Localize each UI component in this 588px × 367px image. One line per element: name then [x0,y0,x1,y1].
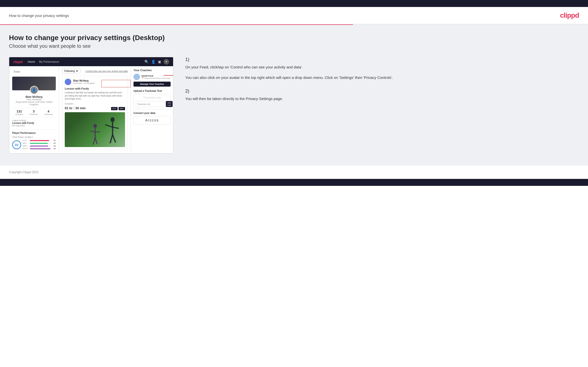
top-bar [0,0,588,7]
connect-section: Connect your data Arccos [133,112,171,124]
page-title: How to change your privacy settings (Des… [9,34,579,42]
step2-text: You will then be taken directly to the P… [185,96,575,102]
demo-area: clippd Home My Performance 🔍 👤 ▣ ▼ Feed [9,57,579,154]
svg-line-11 [95,138,97,144]
trackman-input-row: Add Link [136,101,168,107]
main-content: How to change your privacy settings (Des… [0,25,588,165]
svg-point-0 [111,117,115,122]
clippd-logo: clippd [560,11,579,19]
coaches-section: Your Coaches David Ford 📍 Royal North De… [133,69,171,87]
quality-row: 92 OTT 90 APP 85 [12,139,56,150]
trackman-section: Upload a Trackman Test Trackman Link Add… [133,90,171,109]
profile-card: 👤 Blair McHarg Plus Handicap Royal North… [12,77,56,127]
trackman-box: Trackman Link Add Link [133,94,171,109]
latest-activity-label: Latest Activity [12,119,56,122]
stat-activities: 131 Activities [15,109,23,115]
coach-avatar [133,74,140,80]
post-title: Lesson with Fordy [65,87,125,90]
post-author-avatar [65,79,71,85]
app-navbar: clippd Home My Performance 🔍 👤 ▣ ▼ [9,57,173,66]
annotation-line [164,75,173,76]
latest-activity: Latest Activity Lesson with Fordy 03 Aug… [12,119,56,127]
instructions-panel: 1) On your Feed, click/tap on 'Control w… [181,57,579,110]
step1-number: 1) [185,57,575,62]
app-logo: clippd [13,60,23,64]
privacy-control-link[interactable]: Control who can see your activity and da… [85,70,128,72]
page-subtitle: Choose what you want people to see [9,43,579,49]
bar-app: APP 85 [23,142,56,144]
post-desc: Looking to feel like my hands are exitin… [65,91,125,101]
svg-line-9 [95,132,100,132]
nav-home[interactable]: Home [28,60,35,63]
notification-icon[interactable]: ▣ [158,60,161,64]
feed-header: Following ▼ Control who can see your act… [62,69,128,73]
followers-label: Followers [29,113,38,115]
bottom-bar [0,179,588,186]
post-tags: OTT APP [111,107,125,110]
post-card: Blair McHarg Yesterday · Sunningdale Les… [62,76,128,150]
feed-label: Feed [12,69,56,74]
bar-ott: OTT 90 [23,139,56,142]
coach-club: 📍 Royal North Devon Golf Club [141,77,170,79]
add-link-button[interactable]: Add Link [166,101,173,107]
post-author-info: Blair McHarg Yesterday · Sunningdale [73,79,95,84]
connect-title: Connect your data [133,112,171,114]
stat-following: 4 Following [44,109,53,115]
footer-text: Copyright Clippd 2022 [9,170,39,174]
latest-activity-title: Lesson with Fordy [12,122,56,124]
user-avatar[interactable]: ▼ [164,59,169,64]
trackman-input[interactable] [136,101,165,107]
trackman-title: Upload a Trackman Test [133,90,171,92]
following-label: Following [44,113,53,115]
footer: Copyright Clippd 2022 [0,165,588,179]
coach-name: David Ford [141,75,170,77]
latest-activity-date: 03 Aug 2022 [12,124,56,127]
svg-line-5 [113,135,116,143]
manage-coaches-button[interactable]: Manage Your Coaches [133,82,171,87]
quality-score-circle: 92 [12,140,21,149]
profile-name: Blair McHarg [12,95,56,98]
app-body: Feed 👤 Blair McHarg Plus Handicap Royal … [9,66,173,153]
coaches-title: Your Coaches [133,69,171,72]
svg-point-6 [93,124,97,128]
step2-number: 2) [185,89,575,94]
svg-line-2 [105,125,113,127]
following-count: 4 [44,109,53,113]
user-icon[interactable]: 👤 [151,60,155,64]
instruction-step-1: 1) On your Feed, click/tap on 'Control w… [185,57,575,81]
svg-line-4 [110,135,113,143]
followers-count: 3 [29,109,38,113]
stat-followers: 3 Followers [29,109,38,115]
svg-line-3 [113,127,119,128]
quality-label: Total Player Quality ℹ [12,136,56,138]
instruction-step-2: 2) You will then be taken directly to th… [185,89,575,102]
nav-icons: 🔍 👤 ▣ ▼ [144,59,169,64]
activities-count: 131 [15,109,23,113]
post-header: Blair McHarg Yesterday · Sunningdale [65,79,125,85]
svg-line-10 [93,138,95,145]
profile-club: Royal North Devon Golf Club, United King… [12,101,56,106]
player-performance: Player Performance Total Player Quality … [12,129,56,150]
post-image [65,112,125,147]
nav-my-performance[interactable]: My Performance [39,60,59,63]
bar-arg: ARG 86 [23,145,56,147]
tag-app: APP [119,107,125,110]
profile-badge: Plus Handicap [12,98,56,101]
profile-avatar: 👤 [30,86,38,94]
following-button[interactable]: Following ▼ [62,69,80,73]
post-author-name: Blair McHarg [73,79,95,82]
step1b-text: You can also click on your avatar in the… [185,75,575,81]
arccos-partner: Arccos [133,116,171,124]
player-perf-title: Player Performance [12,132,56,134]
right-sidebar: Your Coaches David Ford 📍 Royal North De… [131,66,173,153]
post-meta: Yesterday · Sunningdale [73,82,95,84]
step1a-text: On your Feed, click/tap on 'Control who … [185,64,575,70]
svg-line-8 [90,131,95,132]
search-icon[interactable]: 🔍 [144,60,149,64]
coach-item: David Ford 📍 Royal North Devon Golf Club [133,74,171,80]
activities-label: Activities [15,113,23,115]
header: How to change your privacy settings clip… [0,7,588,24]
quality-bars: OTT 90 APP 85 ARG [23,139,56,150]
app-screenshot: clippd Home My Performance 🔍 👤 ▣ ▼ Feed [9,57,173,154]
app-sidebar: Feed 👤 Blair McHarg Plus Handicap Royal … [9,66,59,153]
